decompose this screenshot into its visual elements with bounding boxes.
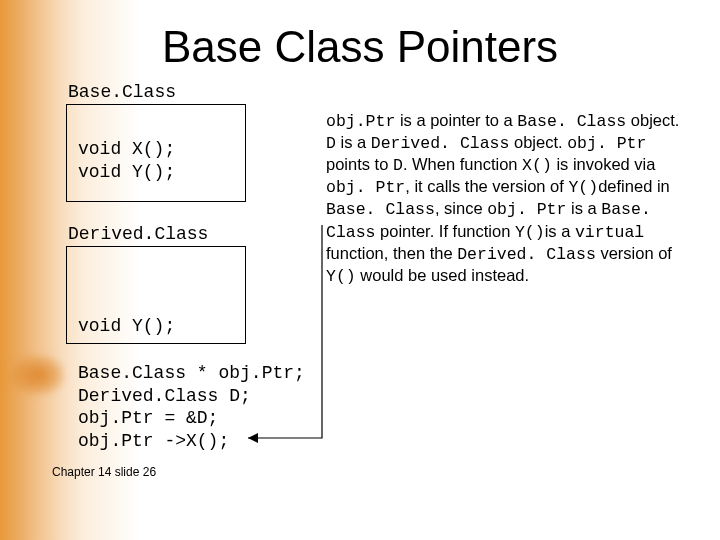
text: is a pointer to a [395,111,517,129]
code-line: void Y(); [78,161,175,184]
text: is a [545,222,575,240]
text: is a [336,133,371,151]
slide-footer: Chapter 14 slide 26 [52,465,156,479]
text: object. [626,111,679,129]
text: function, then the [326,244,457,262]
text: D [326,134,336,153]
text: defined in [598,177,670,195]
explanation-paragraph: obj.Ptr is a pointer to a Base. Class ob… [326,110,686,287]
text: obj. Ptr [487,200,566,219]
text: D [393,156,403,175]
text: , since [435,199,487,217]
text: virtual [575,223,644,242]
page-title: Base Class Pointers [0,22,720,72]
code-line: Base.Class * obj.Ptr; [78,362,305,385]
text: , it calls the version of [405,177,568,195]
text: would be used instead. [356,266,529,284]
text: . When function [403,155,522,173]
text: object. [509,133,567,151]
text: points to [326,155,393,173]
slide-content: Base Class Pointers Base.Class void X();… [0,0,720,540]
text: Base. Class [517,112,626,131]
text: obj. Ptr [567,134,646,153]
code-line: obj.Ptr = &D; [78,407,305,430]
text: Derived. Class [371,134,510,153]
label-baseclass: Base.Class [68,82,176,102]
text: is a [566,199,601,217]
label-derivedclass: Derived.Class [68,224,208,244]
text: obj.Ptr [326,112,395,131]
code-line: obj.Ptr ->X(); [78,430,305,453]
code-block: Base.Class * obj.Ptr; Derived.Class D; o… [78,362,305,452]
text: is invoked via [552,155,656,173]
text: Base. Class [326,200,435,219]
code-line: void Y(); [78,315,175,338]
text: pointer. If function [376,222,515,240]
text: Derived. Class [457,245,596,264]
box-derivedclass-text: void Y(); [78,315,175,338]
text: version of [596,244,672,262]
text: Y() [515,223,545,242]
text: Y() [568,178,598,197]
code-line: void X(); [78,138,175,161]
text: X() [522,156,552,175]
text: obj. Ptr [326,178,405,197]
code-line: Derived.Class D; [78,385,305,408]
box-baseclass-text: void X(); void Y(); [78,138,175,183]
text: Y() [326,267,356,286]
